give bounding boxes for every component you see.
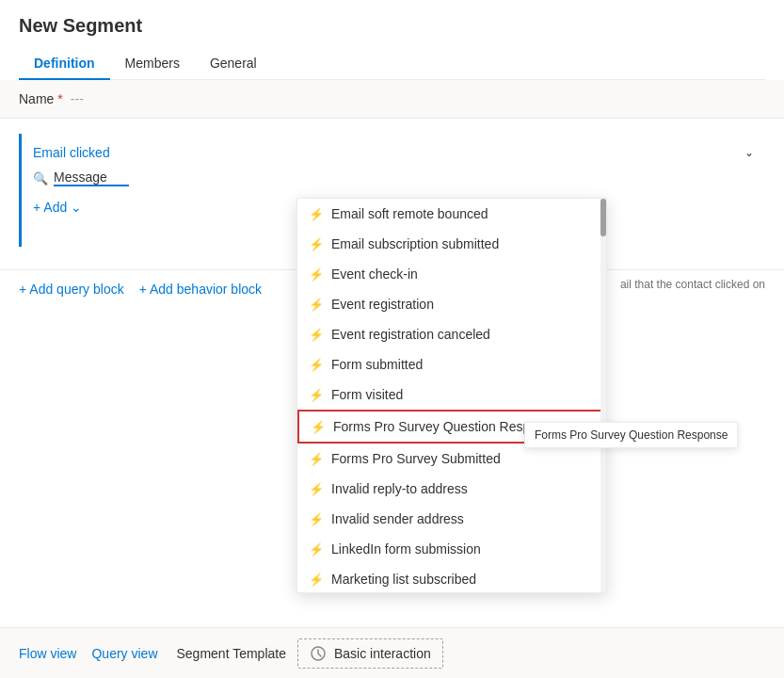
dropdown-item-linkedin-form-submission[interactable]: ⚡ LinkedIn form submission bbox=[297, 534, 606, 564]
query-view-link[interactable]: Query view bbox=[91, 646, 157, 661]
dropdown-item-label: Event check-in bbox=[331, 266, 418, 282]
dropdown-item-label: Form submitted bbox=[331, 357, 423, 372]
tab-definition[interactable]: Definition bbox=[19, 48, 110, 80]
message-field[interactable]: Message bbox=[54, 170, 129, 186]
add-behavior-block-label: + Add behavior block bbox=[139, 282, 262, 297]
dropdown-item-form-visited[interactable]: ⚡ Form visited bbox=[297, 379, 606, 410]
lightning-icon: ⚡ bbox=[311, 420, 326, 434]
dropdown-item-label: Form visited bbox=[331, 387, 403, 402]
partial-right-text: ail that the contact clicked on bbox=[620, 278, 765, 291]
add-behavior-block-button[interactable]: + Add behavior block bbox=[139, 282, 262, 297]
lightning-icon: ⚡ bbox=[309, 237, 324, 251]
dropdown-item-marketing-list-subscribed[interactable]: ⚡ Marketing list subscribed bbox=[297, 564, 606, 593]
tooltip-text: Forms Pro Survey Question Response bbox=[535, 428, 728, 442]
tabs-row: Definition Members General bbox=[19, 48, 765, 80]
lightning-icon: ⚡ bbox=[309, 207, 324, 221]
dropdown-item-label: Forms Pro Survey Submitted bbox=[331, 451, 501, 466]
dropdown-menu: ⚡ Email soft remote bounced ⚡ Email subs… bbox=[296, 198, 607, 593]
dropdown-scrollable[interactable]: ⚡ Email soft remote bounced ⚡ Email subs… bbox=[297, 199, 606, 593]
name-value: --- bbox=[71, 91, 84, 106]
dropdown-item-event-registration-canceled[interactable]: ⚡ Event registration canceled bbox=[297, 319, 606, 349]
dropdown-item-label: LinkedIn form submission bbox=[331, 541, 481, 557]
page-title: New Segment bbox=[19, 15, 765, 37]
tab-members[interactable]: Members bbox=[110, 48, 195, 80]
lightning-icon: ⚡ bbox=[309, 358, 324, 372]
add-label: + Add bbox=[33, 200, 67, 215]
dropdown-item-label: Event registration canceled bbox=[331, 327, 490, 342]
lightning-icon: ⚡ bbox=[309, 298, 324, 312]
page-header: New Segment Definition Members General bbox=[0, 0, 784, 80]
dropdown-item-invalid-sender-address[interactable]: ⚡ Invalid sender address bbox=[297, 504, 606, 534]
dropdown-item-label: Marketing list subscribed bbox=[331, 572, 476, 587]
lightning-icon: ⚡ bbox=[309, 512, 324, 526]
bottom-bar: Flow view Query view Segment Template Ba… bbox=[0, 627, 784, 678]
lightning-icon: ⚡ bbox=[309, 388, 324, 402]
dropdown-item-form-submitted[interactable]: ⚡ Form submitted bbox=[297, 349, 606, 379]
template-icon bbox=[310, 645, 327, 662]
lightning-icon: ⚡ bbox=[309, 482, 324, 496]
segment-template-label: Segment Template bbox=[177, 646, 286, 661]
flow-view-link[interactable]: Flow view bbox=[19, 646, 76, 661]
bottom-bar-links: Flow view Query view bbox=[19, 646, 158, 661]
dropdown-item-email-subscription-submitted[interactable]: ⚡ Email subscription submitted bbox=[297, 229, 606, 259]
name-label: Name bbox=[19, 91, 54, 106]
lightning-icon: ⚡ bbox=[309, 267, 324, 282]
template-item[interactable]: Basic interaction bbox=[297, 638, 443, 669]
search-icon: 🔍 bbox=[33, 171, 48, 186]
dropdown-item-event-registration[interactable]: ⚡ Event registration bbox=[297, 289, 606, 319]
email-clicked-header: Email clicked ⌄ bbox=[33, 145, 754, 160]
name-row: Name * --- bbox=[0, 80, 784, 119]
dropdown-item-label: Email soft remote bounced bbox=[331, 206, 488, 221]
dropdown-item-event-check-in[interactable]: ⚡ Event check-in bbox=[297, 259, 606, 289]
email-clicked-label[interactable]: Email clicked bbox=[33, 145, 110, 160]
scrollbar-track bbox=[600, 199, 606, 593]
add-query-block-label: + Add query block bbox=[19, 282, 124, 297]
tab-general[interactable]: General bbox=[195, 48, 272, 80]
dropdown-item-label: Invalid sender address bbox=[331, 511, 464, 526]
tooltip-box: Forms Pro Survey Question Response bbox=[524, 422, 738, 448]
chevron-down-icon[interactable]: ⌄ bbox=[744, 146, 754, 159]
chevron-down-icon-add: ⌄ bbox=[71, 200, 82, 215]
dropdown-item-email-soft-remote-bounced[interactable]: ⚡ Email soft remote bounced bbox=[297, 199, 606, 229]
dropdown-item-label: Invalid reply-to address bbox=[331, 481, 468, 496]
lightning-icon: ⚡ bbox=[309, 452, 324, 466]
lightning-icon: ⚡ bbox=[309, 542, 324, 557]
add-query-block-button[interactable]: + Add query block bbox=[19, 282, 124, 297]
dropdown-item-label: Email subscription submitted bbox=[331, 236, 499, 251]
app-container: New Segment Definition Members General N… bbox=[0, 0, 784, 678]
dropdown-item-invalid-reply-to-address[interactable]: ⚡ Invalid reply-to address bbox=[297, 474, 606, 504]
scrollbar-thumb[interactable] bbox=[600, 199, 606, 236]
dropdown-item-label: Event registration bbox=[331, 297, 434, 312]
template-name: Basic interaction bbox=[334, 646, 431, 661]
message-row: 🔍 Message bbox=[33, 170, 754, 186]
lightning-icon: ⚡ bbox=[309, 573, 324, 587]
lightning-icon: ⚡ bbox=[309, 328, 324, 342]
required-star: * bbox=[57, 91, 62, 106]
add-button[interactable]: + Add ⌄ bbox=[33, 196, 82, 218]
